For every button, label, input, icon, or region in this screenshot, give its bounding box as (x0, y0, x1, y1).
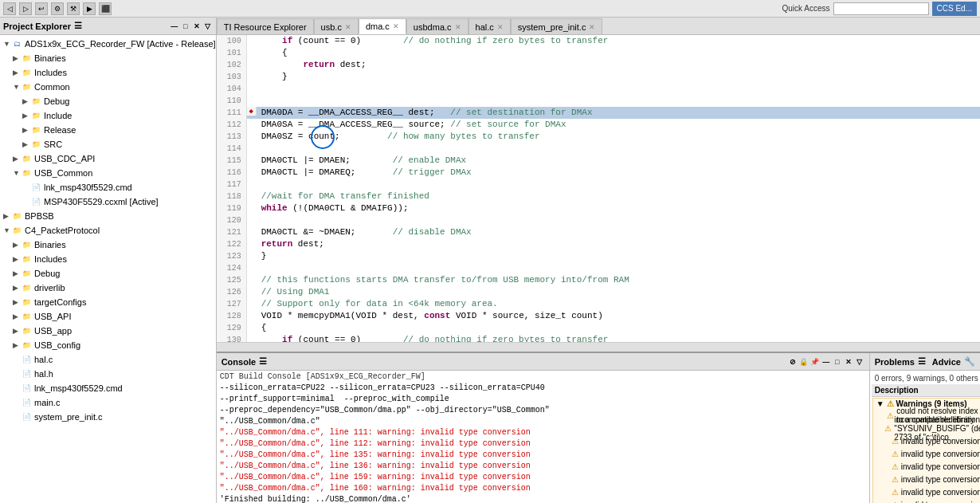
toolbar-icon-6[interactable]: ▶ (83, 2, 96, 15)
close-icon[interactable]: ✕ (455, 23, 461, 31)
tab-label: TI Resource Explorer (224, 22, 307, 32)
console-minimize-icon[interactable]: — (821, 357, 831, 367)
console-badge: ☰ (259, 356, 267, 367)
file-icon: 📄 (21, 397, 32, 408)
problems-content[interactable]: 0 errors, 9 warnings, 0 others Descripti… (870, 371, 980, 503)
toolbar-icon-7[interactable]: ⬛ (99, 2, 112, 15)
ccs-button[interactable]: CCS Ed... (932, 2, 977, 16)
tab-label: usbdma.c (414, 22, 452, 32)
close-icon[interactable]: ✕ (393, 22, 399, 30)
console-scroll-lock-icon[interactable]: 🔒 (799, 357, 809, 367)
toolbar-icon-3[interactable]: ↩ (35, 2, 48, 15)
problem-description: invalid type conversion (901, 450, 980, 458)
tree-main-c[interactable]: 📄 main.c (0, 395, 216, 410)
tree-includes-2[interactable]: ▶ 📁 Includes (0, 252, 216, 266)
warning-icon: ⚠ (887, 411, 894, 420)
tree-usb-api[interactable]: ▶ 📁 USB_API (0, 309, 216, 324)
problem-item[interactable]: ⚠ invalid type conversion (873, 485, 980, 498)
tree-ccxml[interactable]: 📄 MSP430F5529.ccxml [Active] (0, 195, 216, 209)
tree-label: Include (44, 111, 72, 120)
maximize-icon[interactable]: □ (181, 22, 190, 31)
tab-hal-c[interactable]: hal.c ✕ (468, 18, 511, 34)
folder-icon: 📁 (21, 67, 32, 78)
tab-label: hal.c (476, 22, 494, 32)
tree-hal-c[interactable]: 📄 hal.c (0, 352, 216, 367)
console-line-error: "../USB_Common/dma.c", line 136: warning… (220, 461, 866, 472)
tree-usb-app[interactable]: ▶ 📁 USB_app (0, 324, 216, 338)
tree-bpbsb[interactable]: ▶ 📁 BPBSB (0, 209, 216, 223)
minimize-icon[interactable]: — (170, 22, 179, 31)
tree-label: Includes (34, 254, 67, 264)
tab-usbdma-c[interactable]: usbdma.c ✕ (406, 18, 468, 34)
tree-src[interactable]: ▶ 📁 SRC (0, 137, 216, 151)
horizontal-scrollbar[interactable] (217, 342, 980, 352)
close-panel-icon[interactable]: ✕ (192, 22, 202, 31)
quick-access-input[interactable] (833, 2, 929, 15)
toolbar-icon-4[interactable]: ⚙ (51, 2, 64, 15)
tree-usb-config[interactable]: ▶ 📁 USB_config (0, 338, 216, 352)
tab-resource-explorer[interactable]: TI Resource Explorer (217, 18, 314, 34)
toolbar-icon-2[interactable]: ▷ (19, 2, 32, 15)
problem-item[interactable]: ⚠ invalid type conversion (873, 473, 980, 485)
tree-label: BPBSB (25, 211, 54, 221)
tree-driverlib[interactable]: ▶ 📁 driverlib (0, 281, 216, 295)
tree-usb-cdc-api[interactable]: ▶ 📁 USB_CDC_API (0, 151, 216, 166)
tree-debug-1[interactable]: ▶ 📁 Debug (0, 94, 216, 108)
tree-include[interactable]: ▶ 📁 Include (0, 108, 216, 123)
tree-c4-packet[interactable]: ▼ 📁 C4_PacketProtocol (0, 223, 216, 238)
console-header-icons: ⊘ 🔒 📌 — □ ✕ ▽ (788, 357, 864, 367)
console-clear-icon[interactable]: ⊘ (788, 357, 798, 367)
tree-arrow: ▶ (22, 112, 30, 120)
tree-label: Includes (34, 68, 67, 77)
close-icon[interactable]: ✕ (345, 23, 351, 31)
tree-release[interactable]: ▶ 📁 Release (0, 123, 216, 137)
warning-icon: ⚠ (884, 424, 892, 433)
problem-item[interactable]: ⚠ invalid type conversion (873, 460, 980, 473)
tree-includes-1[interactable]: ▶ 📁 Includes (0, 65, 216, 80)
toolbar-icon-5[interactable]: ⚒ (67, 2, 80, 15)
tree-arrow: ▼ (3, 226, 11, 234)
problem-item[interactable]: ⚠ invalid type conversion (873, 498, 980, 503)
console-close-icon[interactable]: ✕ (844, 357, 853, 367)
tree-target-configs[interactable]: ▶ 📁 targetConfigs (0, 295, 216, 309)
menu-icon[interactable]: ▽ (203, 22, 213, 31)
folder-icon: 📁 (30, 139, 41, 150)
tree-project-root[interactable]: ▼ 🗂 ADS1x9x_ECG_Recorder_FW [Active - Re… (0, 37, 216, 51)
tab-usb-c[interactable]: usb.c ✕ (314, 18, 359, 34)
code-editor[interactable]: 100 if (count == 0) // do nothing if zer… (217, 35, 980, 342)
tree-binaries-1[interactable]: ▶ 📁 Binaries (0, 51, 216, 65)
tree-label: lnk_msp430f5529.cmd (44, 183, 132, 192)
console-maximize-icon[interactable]: □ (833, 357, 842, 367)
problems-panel: Problems ☰ Advice 🔧 Search — □ ▽ 0 error… (870, 353, 980, 503)
folder-icon: 📁 (21, 81, 32, 92)
tab-label: dma.c (366, 22, 390, 31)
file-icon: 📄 (21, 368, 32, 379)
code-line-104: 104 (217, 83, 980, 95)
console-content[interactable]: CDT Build Console [ADS1x9x_ECG_Recorder_… (217, 371, 869, 503)
tree-hal-h[interactable]: 📄 hal.h (0, 367, 216, 381)
toolbar-icon-1[interactable]: ◁ (3, 2, 16, 15)
tree-arrow: ▶ (13, 327, 21, 335)
console-line: --printf_support=minimal --preproc_with_… (220, 394, 866, 405)
tree-lnk-cmd-1[interactable]: 📄 lnk_msp430f5529.cmd (0, 180, 216, 195)
close-icon[interactable]: ✕ (589, 23, 595, 31)
warning-icon: ⚠ (892, 488, 899, 497)
tree-usb-common[interactable]: ▼ 📁 USB_Common (0, 166, 216, 180)
tree-debug-2[interactable]: ▶ 📁 Debug (0, 266, 216, 281)
problem-item[interactable]: ⚠ invalid type conversion (873, 447, 980, 460)
code-line-118: 118 //wait for DMA transfer finished (217, 191, 980, 202)
problem-item[interactable]: ⚠ incompatible redefinition of macro "SY… (873, 422, 980, 434)
console-pin-icon[interactable]: 📌 (810, 357, 820, 367)
tree-label: Binaries (34, 53, 66, 63)
problems-advice-label: Advice (932, 357, 961, 367)
file-icon: 📄 (21, 383, 32, 394)
tree-binaries-2[interactable]: ▶ 📁 Binaries (0, 238, 216, 252)
tab-system-pre-init[interactable]: system_pre_init.c ✕ (511, 18, 603, 34)
tree-common[interactable]: ▼ 📁 Common (0, 80, 216, 94)
tree-system-pre-init[interactable]: 📄 system_pre_init.c (0, 410, 216, 424)
problem-item[interactable]: ⚠ invalid type conversion (873, 434, 980, 447)
tree-lnk-cmd-2[interactable]: 📄 lnk_msp430f5529.cmd (0, 381, 216, 395)
tab-dma-c[interactable]: dma.c ✕ (359, 18, 406, 34)
console-menu-icon[interactable]: ▽ (855, 357, 864, 367)
close-icon[interactable]: ✕ (497, 23, 504, 31)
